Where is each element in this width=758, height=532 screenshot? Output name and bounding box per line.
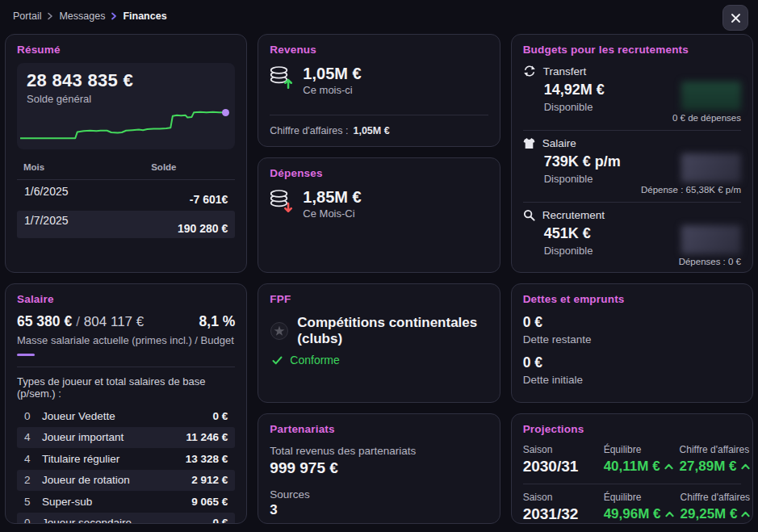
projections-title: Projections (523, 423, 741, 435)
wage-separator: / (76, 314, 80, 330)
check-icon (272, 356, 283, 365)
card-projections[interactable]: Projections Saison 2030/31 Équilibre 40,… (511, 413, 753, 524)
list-item[interactable]: 0 Joueur Vedette 0 € (17, 405, 235, 427)
turnover-value: 1,05M € (353, 125, 389, 136)
budget-label: Salaire (542, 137, 576, 149)
finances-grid: Résumé 28 843 835 € Solde général Mois S… (5, 34, 753, 524)
row-balance: 190 280 € (178, 222, 228, 238)
coins-arrow-up-icon (270, 65, 294, 89)
turnover-value: 27,89M € (680, 459, 737, 475)
budget-spend-bar (681, 82, 741, 111)
wage-description: Masse salariale actuelle (primes incl.) … (17, 334, 235, 346)
budget-section-recrutement: Recrutement 451K € Disponible Dépenses :… (523, 203, 741, 273)
card-revenus[interactable]: Revenus 1,05M € Ce mois-ci Chiffre d'aff… (258, 34, 500, 147)
chevron-up-icon (741, 463, 750, 470)
breadcrumb-messages[interactable]: Messages (59, 10, 105, 22)
player-type: Joueur de rotation (42, 474, 130, 486)
list-item[interactable]: 4 Titulaire régulier 13 328 € (17, 448, 235, 470)
close-button[interactable] (722, 5, 748, 31)
breadcrumb-finances: Finances (123, 10, 166, 22)
wage-budget: 804 117 € (84, 314, 144, 330)
chevron-up-icon (741, 511, 750, 517)
partner-sources-label: Sources (270, 488, 488, 501)
card-fpf[interactable]: FPF Compétitions continentales (clubs) C… (258, 283, 500, 403)
player-type: Joueur Vedette (42, 410, 115, 422)
budget-label: Recrutement (542, 209, 605, 221)
debt-label: Dette initiale (523, 374, 741, 386)
table-row[interactable]: 1/6/2025 -7 601€ (17, 182, 235, 209)
magnifier-icon (523, 209, 535, 221)
player-count: 4 (24, 431, 42, 443)
resume-title: Résumé (17, 44, 235, 56)
sparkline-endpoint (222, 109, 229, 116)
table-row[interactable]: 1/7/2025 190 280 € (17, 211, 235, 238)
wage-percent: 8,1 % (199, 313, 236, 330)
jersey-icon (523, 137, 535, 149)
balance-label: Équilibre (604, 444, 673, 455)
balance-chart (20, 103, 232, 148)
turnover-value: 29,25M € (681, 506, 738, 522)
turnover-label: Chiffre d'affaires (681, 492, 751, 503)
player-wage: 9 065 € (191, 496, 228, 508)
top-bar: Portail Messages Finances (0, 0, 758, 34)
projection-row: Saison 2030/31 Équilibre 40,11M € Chiffr… (523, 435, 741, 484)
revenus-amount: 1,05M € (303, 65, 361, 82)
budget-amount: 739K € p/m (544, 153, 621, 170)
list-item[interactable]: 2 Joueur de rotation 2 912 € (17, 470, 235, 492)
budget-sublabel: Disponible (544, 245, 593, 257)
salaire-title: Salaire (17, 293, 235, 305)
player-wage: 13 328 € (186, 453, 228, 465)
player-count: 4 (24, 453, 42, 465)
wage-list-title: Types de joueur et total salaires de bas… (17, 375, 235, 400)
balance-value: 49,96M € (604, 506, 661, 522)
list-item[interactable]: 4 Joueur important 11 246 € (17, 427, 235, 449)
revenus-footer: Chiffre d'affaires :1,05M € (270, 125, 389, 136)
card-resume[interactable]: Résumé 28 843 835 € Solde général Mois S… (5, 34, 247, 273)
revenus-title: Revenus (270, 44, 488, 56)
debt-remaining-group: 0 € Dette restante (523, 314, 741, 346)
turnover-label: Chiffre d'affaires (680, 444, 750, 455)
balance-panel: 28 843 835 € Solde général (17, 63, 235, 149)
col-month: Mois (23, 162, 44, 172)
row-month: 1/7/2025 (24, 211, 69, 227)
partner-total-value: 999 975 € (270, 459, 488, 477)
player-wage: 2 912 € (191, 474, 228, 486)
player-count: 2 (24, 474, 42, 486)
balance-amount: 28 843 835 € (27, 70, 225, 91)
list-item[interactable]: 0 Joueur secondaire 0 € (17, 513, 235, 525)
season-label: Saison (523, 492, 597, 503)
budgets-title: Budgets pour les recrutements (523, 44, 741, 56)
balance-label: Équilibre (604, 492, 674, 503)
season-value: 2030/31 (523, 458, 597, 475)
budget-note: Dépenses : 0 € (679, 257, 741, 266)
budget-spend-bar (681, 225, 741, 254)
card-partenariats[interactable]: Partenariats Total revenus des partenari… (258, 413, 500, 524)
balance-value: 40,11M € (604, 459, 660, 475)
debt-amount: 0 € (523, 354, 741, 371)
player-count: 5 (24, 496, 42, 508)
depenses-period: Ce Mois-Ci (303, 207, 361, 220)
player-count: 0 (24, 410, 42, 422)
list-item[interactable]: 5 Super-sub 9 065 € (17, 491, 235, 513)
card-dettes-emprunts[interactable]: Dettes et emprunts 0 € Dette restante 0 … (511, 283, 753, 403)
turnover-label: Chiffre d'affaires : (270, 125, 348, 136)
debt-amount: 0 € (523, 314, 741, 331)
close-icon (731, 13, 741, 23)
player-type: Titulaire régulier (42, 453, 119, 465)
balance-table: Mois Solde 1/6/2025 -7 601€ 1/7/2025 190… (17, 159, 235, 238)
breadcrumb-portail[interactable]: Portail (13, 10, 41, 22)
transfer-arrows-icon (523, 65, 536, 77)
depenses-title: Dépenses (270, 167, 488, 179)
chevron-up-icon (664, 463, 673, 470)
card-budgets-recrutements[interactable]: Budgets pour les recrutements Transfert … (511, 34, 753, 273)
col-balance: Solde (151, 162, 176, 172)
wage-current: 65 380 € (17, 313, 72, 330)
wage-progress-fill (17, 354, 35, 356)
budget-note: 0 € de dépenses (672, 113, 741, 123)
card-depenses[interactable]: Dépenses 1,85M € Ce Mois-Ci (258, 157, 500, 273)
card-salaire[interactable]: Salaire 65 380 € / 804 117 € 8,1 % Masse… (5, 283, 247, 524)
row-month: 1/6/2025 (24, 182, 69, 198)
player-type: Joueur important (42, 431, 124, 443)
starball-icon (270, 321, 289, 341)
budget-amount: 14,92M € (544, 82, 605, 98)
